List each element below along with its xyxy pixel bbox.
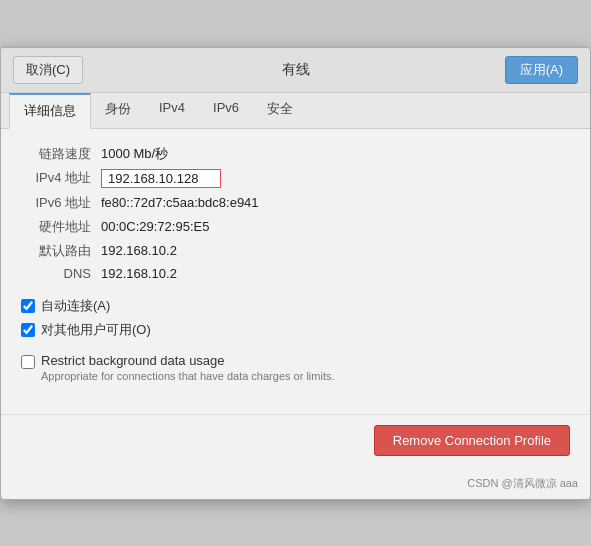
info-row: 默认路由192.168.10.2 [21,242,570,260]
info-value: 00:0C:29:72:95:E5 [101,219,209,234]
info-row: 链路速度1000 Mb/秒 [21,145,570,163]
info-value: fe80::72d7:c5aa:bdc8:e941 [101,195,259,210]
restrict-label: Restrict background data usage [41,353,335,368]
tab-identity[interactable]: 身份 [91,93,145,129]
tab-ipv6[interactable]: IPv6 [199,93,253,129]
tab-details[interactable]: 详细信息 [9,93,91,129]
apply-button[interactable]: 应用(A) [505,56,578,84]
info-value: 1000 Mb/秒 [101,145,168,163]
main-content: 链路速度1000 Mb/秒IPv4 地址192.168.10.128IPv6 地… [1,129,590,406]
info-value: 192.168.10.128 [101,169,221,188]
info-row: IPv6 地址fe80::72d7:c5aa:bdc8:e941 [21,194,570,212]
dialog-title: 有线 [282,61,310,79]
info-row: IPv4 地址192.168.10.128 [21,169,570,188]
info-label: IPv6 地址 [21,194,101,212]
info-row: DNS192.168.10.2 [21,266,570,281]
auto-connect-row: 自动连接(A) [21,297,570,315]
info-label: DNS [21,266,101,281]
info-label: 硬件地址 [21,218,101,236]
tab-security[interactable]: 安全 [253,93,307,129]
info-label: 链路速度 [21,145,101,163]
all-users-row: 对其他用户可用(O) [21,321,570,339]
info-value: 192.168.10.2 [101,266,177,281]
tab-bar: 详细信息 身份 IPv4 IPv6 安全 [1,93,590,129]
watermark: CSDN @清风微凉 aaa [1,472,590,499]
restrict-row: Restrict background data usage Appropria… [21,353,570,382]
all-users-label: 对其他用户可用(O) [41,321,151,339]
info-table: 链路速度1000 Mb/秒IPv4 地址192.168.10.128IPv6 地… [21,145,570,281]
all-users-checkbox[interactable] [21,323,35,337]
info-value: 192.168.10.2 [101,243,177,258]
dialog: 取消(C) 有线 应用(A) 详细信息 身份 IPv4 IPv6 安全 链路速度… [0,47,591,500]
auto-connect-label: 自动连接(A) [41,297,110,315]
cancel-button[interactable]: 取消(C) [13,56,83,84]
remove-connection-button[interactable]: Remove Connection Profile [374,425,570,456]
auto-connect-checkbox[interactable] [21,299,35,313]
info-label: IPv4 地址 [21,169,101,187]
tab-ipv4[interactable]: IPv4 [145,93,199,129]
restrict-checkbox[interactable] [21,355,35,369]
restrict-desc: Appropriate for connections that have da… [41,370,335,382]
titlebar: 取消(C) 有线 应用(A) [1,48,590,93]
info-row: 硬件地址00:0C:29:72:95:E5 [21,218,570,236]
checkboxes-section: 自动连接(A) 对其他用户可用(O) [21,297,570,339]
info-label: 默认路由 [21,242,101,260]
footer: Remove Connection Profile [1,414,590,472]
